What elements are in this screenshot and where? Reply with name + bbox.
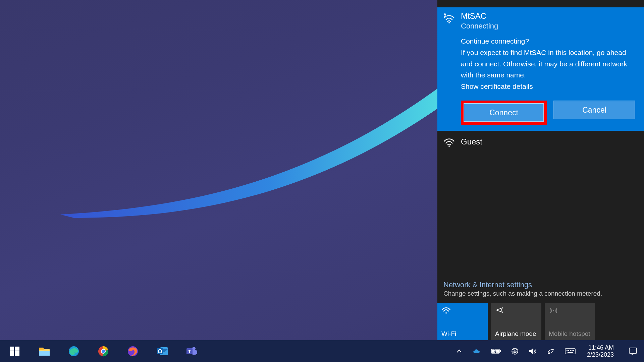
- firefox-button[interactable]: [118, 340, 148, 362]
- svg-point-0: [448, 22, 450, 23]
- network-status: Connecting: [461, 21, 498, 31]
- network-flyout: MtSAC Connecting Continue connecting? If…: [437, 0, 644, 340]
- network-settings-link[interactable]: Network & Internet settings: [437, 279, 644, 290]
- svg-rect-11: [39, 351, 50, 356]
- teams-icon: T: [186, 346, 198, 357]
- network-name-other: Guest: [461, 137, 482, 147]
- connect-prompt-body: If you expect to find MtSAC in this loca…: [461, 47, 635, 81]
- action-center-button[interactable]: [624, 340, 642, 362]
- svg-rect-10: [39, 348, 44, 350]
- flyout-top-bar: [437, 0, 644, 7]
- teams-button[interactable]: T: [177, 340, 207, 362]
- cloud-icon: [472, 348, 481, 354]
- network-settings-sub: Change settings, such as making a connec…: [437, 290, 644, 303]
- show-certificate-link[interactable]: Show certificate details: [461, 81, 635, 92]
- taskbar: T 11:46 AM 2/23/2023: [0, 340, 644, 362]
- connect-prompt-title: Continue connecting?: [461, 36, 635, 47]
- connect-button-highlight: Connect: [461, 101, 547, 125]
- tray-pen[interactable]: [545, 340, 556, 362]
- tray-touch-keyboard[interactable]: [564, 340, 577, 362]
- wifi-secured-icon: [443, 13, 455, 23]
- network-item-active[interactable]: MtSAC Connecting Continue connecting? If…: [437, 7, 644, 131]
- svg-rect-8: [15, 351, 19, 356]
- quick-action-tiles: Wi-Fi Airplane mode Mobile hotspot: [437, 303, 644, 340]
- edge-icon: [68, 346, 79, 357]
- tray-onedrive[interactable]: [471, 340, 482, 362]
- svg-rect-31: [570, 350, 571, 351]
- tile-hotspot: Mobile hotspot: [545, 303, 595, 340]
- tray-overflow[interactable]: [455, 340, 464, 362]
- outlook-icon: [156, 346, 168, 357]
- outlook-button[interactable]: [148, 340, 177, 362]
- tray-battery[interactable]: [490, 340, 502, 362]
- svg-rect-6: [15, 347, 19, 351]
- network-item-guest[interactable]: Guest: [437, 131, 644, 153]
- clock-date: 2/23/2023: [587, 351, 614, 358]
- tile-hotspot-label: Mobile hotspot: [549, 330, 591, 338]
- clock-time: 11:46 AM: [587, 344, 614, 351]
- chrome-button[interactable]: [89, 340, 118, 362]
- svg-rect-28: [565, 349, 575, 354]
- system-tray: 11:46 AM 2/23/2023: [455, 340, 644, 362]
- hotspot-icon: [549, 306, 558, 314]
- tile-airplane[interactable]: Airplane mode: [491, 303, 541, 340]
- tray-clock[interactable]: 11:46 AM 2/23/2023: [584, 344, 616, 358]
- taskbar-pinned-apps: T: [0, 340, 207, 362]
- pen-icon: [547, 348, 555, 355]
- edge-button[interactable]: [59, 340, 89, 362]
- svg-rect-7: [10, 351, 14, 356]
- svg-point-3: [445, 312, 447, 314]
- tray-volume[interactable]: [527, 340, 538, 362]
- svg-point-4: [553, 310, 554, 311]
- file-explorer-button[interactable]: [30, 340, 59, 362]
- wifi-icon: [441, 306, 451, 314]
- tile-wifi-label: Wi-Fi: [441, 330, 484, 338]
- svg-rect-30: [568, 350, 569, 351]
- svg-rect-34: [568, 352, 573, 353]
- wifi-open-icon: [443, 137, 455, 147]
- firefox-icon: [127, 346, 139, 357]
- file-explorer-icon: [38, 346, 50, 356]
- svg-rect-18: [157, 348, 163, 354]
- tray-network[interactable]: [510, 340, 520, 362]
- tile-airplane-label: Airplane mode: [495, 330, 537, 338]
- svg-rect-33: [573, 350, 574, 351]
- chrome-icon: [98, 346, 109, 357]
- svg-point-20: [192, 347, 196, 350]
- svg-rect-5: [10, 347, 14, 351]
- network-name: MtSAC: [461, 11, 498, 21]
- windows-icon: [10, 347, 19, 356]
- start-button[interactable]: [0, 340, 30, 362]
- svg-text:T: T: [188, 349, 191, 354]
- notification-icon: [629, 347, 637, 355]
- cancel-button[interactable]: Cancel: [553, 101, 635, 119]
- globe-icon: [511, 348, 519, 355]
- keyboard-icon: [565, 348, 576, 355]
- svg-rect-32: [572, 350, 573, 351]
- battery-icon: [491, 348, 501, 354]
- speaker-icon: [529, 348, 537, 355]
- svg-rect-29: [567, 350, 568, 351]
- airplane-icon: [495, 306, 504, 314]
- svg-rect-25: [500, 350, 501, 352]
- svg-point-15: [102, 350, 105, 353]
- svg-point-2: [448, 145, 450, 147]
- chevron-up-icon: [456, 348, 462, 354]
- connect-button[interactable]: Connect: [464, 103, 544, 122]
- svg-rect-35: [629, 348, 637, 353]
- tile-wifi[interactable]: Wi-Fi: [437, 303, 488, 340]
